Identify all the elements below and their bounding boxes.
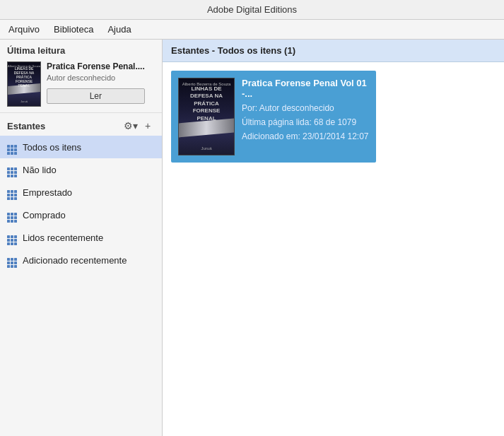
shelves-add-button[interactable]: +: [141, 119, 155, 133]
shelf-item-all[interactable]: Todos os itens: [0, 136, 162, 158]
book-card-last-page: Última página lida: 68 de 1079: [242, 117, 369, 127]
book-card-title: Pratica Forense Penal Vol 01 -...: [242, 78, 369, 99]
author-value: Autor desconhecido: [259, 103, 334, 113]
menu-bar: Arquivo Biblioteca Ajuda: [0, 20, 504, 40]
cover-subtitle-large: Juruá: [179, 146, 234, 151]
last-page-label: Última página lida:: [242, 117, 312, 127]
cover-subtitle-small: Juruá: [8, 100, 40, 103]
shelf-icon-purchased: [7, 207, 17, 223]
shelf-item-recently-read[interactable]: Lidos recentemente: [0, 226, 162, 249]
shelf-label-recently-added: Adicionado recentemente: [23, 255, 127, 266]
shelf-item-unread[interactable]: Não lido: [0, 158, 162, 181]
cover-art-small: Alberto Bezerra de Souza LINEAS DE DEFES…: [8, 62, 40, 106]
recent-book: Alberto Bezerra de Souza LINEAS DE DEFES…: [7, 61, 155, 107]
cover-wave-small: [8, 83, 40, 95]
shelves-settings-button[interactable]: ⚙▾: [124, 119, 138, 133]
title-bar: Adobe Digital Editions: [0, 0, 504, 20]
recent-book-author: Autor desconhecido: [47, 73, 145, 82]
app-title: Adobe Digital Editions: [207, 4, 297, 15]
shelf-label-purchased: Comprado: [23, 210, 66, 220]
shelf-item-recently-added[interactable]: Adicionado recentemente: [0, 249, 162, 271]
gear-icon: ⚙: [124, 120, 133, 131]
author-label: Por:: [242, 103, 257, 113]
menu-biblioteca[interactable]: Biblioteca: [48, 22, 99, 37]
added-label: Adicionado em:: [242, 131, 300, 141]
cover-art-large: Alberto Bezerra de Souza LINHAS DE DEFES…: [179, 78, 234, 155]
shelf-item-borrowed[interactable]: Emprestado: [0, 181, 162, 204]
read-button[interactable]: Ler: [47, 88, 145, 104]
shelf-icon-borrowed: [7, 184, 17, 200]
sidebar: Última leitura Alberto Bezerra de Souza …: [0, 40, 163, 436]
shelves-title: Estantes: [7, 121, 121, 131]
book-card[interactable]: Alberto Bezerra de Souza LINHAS DE DEFES…: [171, 71, 376, 163]
shelf-label-recently-read: Lidos recentemente: [23, 232, 103, 243]
shelf-icon-recently-read: [7, 230, 17, 245]
main-layout: Última leitura Alberto Bezerra de Souza …: [0, 40, 504, 436]
recent-book-info: Pratica Forense Penal.... Autor desconhe…: [47, 61, 145, 104]
added-value: 23/01/2014 12:07: [303, 131, 368, 141]
recent-reading-section: Última leitura Alberto Bezerra de Souza …: [0, 40, 162, 113]
shelf-icon-all: [7, 139, 17, 155]
shelf-icon-unread: [7, 162, 17, 177]
book-cover-large: Alberto Bezerra de Souza LINHAS DE DEFES…: [178, 78, 235, 155]
menu-arquivo[interactable]: Arquivo: [3, 22, 45, 37]
recent-reading-title: Última leitura: [7, 45, 155, 56]
shelf-list: Todos os itens Não lido: [0, 136, 162, 271]
content-area: Estantes - Todos os itens (1) Alberto Be…: [163, 40, 504, 436]
add-icon: +: [145, 120, 151, 131]
book-card-added: Adicionado em: 23/01/2014 12:07: [242, 131, 369, 141]
shelf-label-borrowed: Emprestado: [23, 187, 72, 198]
book-card-author: Por: Autor desconhecido: [242, 103, 369, 113]
shelf-label-unread: Não lido: [23, 165, 57, 175]
shelf-icon-recently-added: [7, 252, 17, 268]
recent-book-cover: Alberto Bezerra de Souza LINEAS DE DEFES…: [7, 61, 41, 107]
shelf-label-all: Todos os itens: [23, 142, 81, 153]
last-page-value: 68 de 1079: [314, 117, 356, 127]
book-card-info: Pratica Forense Penal Vol 01 -... Por: A…: [242, 78, 369, 155]
shelf-item-purchased[interactable]: Comprado: [0, 204, 162, 226]
content-header: Estantes - Todos os itens (1): [163, 40, 504, 62]
cover-title-large: LINHAS DE DEFESA NAPRÁTICA FORENSEPENAL: [179, 86, 234, 122]
books-grid: Alberto Bezerra de Souza LINHAS DE DEFES…: [163, 62, 504, 171]
menu-ajuda[interactable]: Ajuda: [102, 22, 136, 37]
shelves-header: Estantes ⚙▾ +: [0, 113, 162, 136]
recent-book-title: Pratica Forense Penal....: [47, 61, 145, 71]
